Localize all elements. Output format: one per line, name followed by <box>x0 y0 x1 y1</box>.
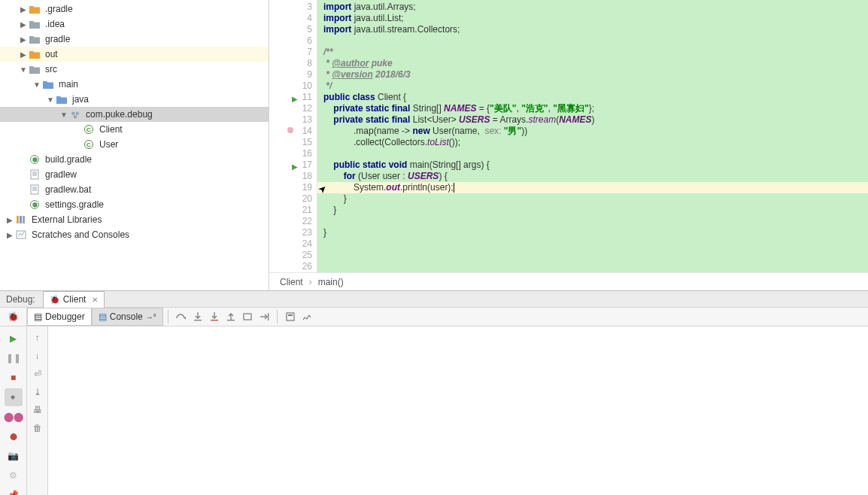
settings-icon[interactable]: ⚙ <box>5 466 23 484</box>
console-output[interactable] <box>48 326 868 495</box>
expand-arrow-icon[interactable]: ▶ <box>18 50 29 59</box>
code-line[interactable] <box>317 216 868 227</box>
line-number[interactable]: 10 <box>269 80 317 92</box>
line-number[interactable]: 14 <box>269 126 317 137</box>
expand-arrow-icon[interactable]: ▶ <box>18 5 29 14</box>
code-line[interactable]: .collect(Collectors.toList()); <box>317 137 868 148</box>
code-line[interactable]: * @version 2018/6/3 <box>317 69 868 80</box>
tree-item[interactable]: CClient <box>0 122 269 137</box>
tree-item[interactable]: CUser <box>0 137 269 152</box>
expand-arrow-icon[interactable]: ▶ <box>18 20 29 29</box>
line-number[interactable]: 18 <box>269 171 317 182</box>
code-line[interactable]: /** <box>317 47 868 58</box>
code-line[interactable]: */ <box>317 80 868 92</box>
breadcrumb-class[interactable]: Client <box>280 277 303 287</box>
up-icon[interactable]: ↑ <box>29 329 46 346</box>
line-number[interactable]: 23 <box>269 227 317 238</box>
code-line[interactable]: } <box>317 205 868 216</box>
breadcrumb-method[interactable]: main() <box>318 277 344 287</box>
code-line[interactable]: } <box>317 227 868 238</box>
clear-icon[interactable]: 🗑 <box>29 420 46 436</box>
expand-arrow-icon[interactable]: ▶ <box>18 35 29 44</box>
line-number[interactable]: 16 <box>269 148 317 159</box>
line-number[interactable]: 21 <box>269 205 317 216</box>
line-gutter[interactable]: 34567891011▶121314151617▶181920212223242… <box>269 0 317 272</box>
code-line[interactable]: public static void main(String[] args) { <box>317 159 868 171</box>
line-number[interactable]: 3 <box>269 2 317 13</box>
line-number[interactable]: 8 <box>269 58 317 69</box>
line-number[interactable]: 12 <box>269 103 317 114</box>
scroll-end-icon[interactable]: ⤓ <box>29 384 46 400</box>
pin-icon[interactable]: →° <box>146 313 156 321</box>
debug-run-tab[interactable]: 🐞 Client ✕ <box>43 291 105 308</box>
rerun-icon[interactable]: ▶ <box>5 329 23 348</box>
evaluate-icon[interactable] <box>282 308 299 325</box>
line-number[interactable]: 25 <box>269 250 317 261</box>
line-number[interactable]: 15 <box>269 137 317 148</box>
line-number[interactable]: 6 <box>269 35 317 47</box>
code-line[interactable]: import java.util.List; <box>317 13 868 24</box>
line-number[interactable]: 4 <box>269 13 317 24</box>
view-breakpoints-icon[interactable]: 🞙 <box>5 388 23 406</box>
line-number[interactable]: 17▶ <box>269 159 317 171</box>
tree-item[interactable]: gradlew.bat <box>0 182 269 197</box>
project-tree[interactable]: ▶.gradle▶.idea▶gradle▶out▼src▼main▼java▼… <box>0 0 269 290</box>
tree-item[interactable]: ⬢build.gradle <box>0 152 269 167</box>
force-step-into-icon[interactable] <box>206 308 223 325</box>
expand-arrow-icon[interactable]: ▼ <box>45 96 56 104</box>
scratches-consoles[interactable]: ▶Scratches and Consoles <box>0 227 269 242</box>
expand-arrow-icon[interactable]: ▶ <box>5 216 15 224</box>
line-number[interactable]: 20 <box>269 193 317 205</box>
tab-debugger[interactable]: ▤ Debugger <box>27 308 92 326</box>
expand-arrow-icon[interactable]: ▼ <box>32 80 42 89</box>
print-icon[interactable]: 🖶 <box>29 402 46 418</box>
tab-console[interactable]: ▤ Console →° <box>92 308 163 326</box>
line-number[interactable]: 19 <box>269 182 317 193</box>
code-line[interactable]: private static final String[] NAMES = {"… <box>317 103 868 114</box>
down-icon[interactable]: ↓ <box>29 348 46 364</box>
debug-restore-icon[interactable]: 🐞 <box>8 311 19 322</box>
line-number[interactable]: 13 <box>269 114 317 126</box>
code-line[interactable]: import java.util.Arrays; <box>317 2 868 13</box>
line-number[interactable]: 11▶ <box>269 92 317 103</box>
code-line[interactable] <box>317 35 868 47</box>
code-line[interactable] <box>317 148 868 159</box>
code-line[interactable] <box>317 250 868 261</box>
tree-item[interactable]: ▶.idea <box>0 17 269 32</box>
code-line[interactable]: .map(name -> new User(name, sex: "男")) <box>317 126 868 137</box>
code-line[interactable]: public class Client { <box>317 92 868 103</box>
camera-icon[interactable]: 📷 <box>5 447 23 465</box>
expand-arrow-icon[interactable]: ▼ <box>18 65 29 74</box>
pause-icon[interactable]: ❚❚ <box>5 349 23 367</box>
breakpoint-icon[interactable] <box>287 127 293 133</box>
tree-item[interactable]: ▶out <box>0 47 269 62</box>
drop-frame-icon[interactable] <box>239 308 256 325</box>
pin-panel-icon[interactable]: 📌 <box>5 486 23 495</box>
breadcrumb[interactable]: Client › main() <box>269 272 868 290</box>
external-libraries[interactable]: ▶External Libraries <box>0 212 269 227</box>
code-line[interactable]: * @author puke <box>317 58 868 69</box>
code-line[interactable]: for (User user : USERS) { <box>317 171 868 182</box>
wrap-icon[interactable]: ⏎ <box>29 366 46 382</box>
tree-item[interactable]: ▼src <box>0 62 269 77</box>
code-line[interactable]: private static final List<User> USERS = … <box>317 114 868 126</box>
line-number[interactable]: 5 <box>269 24 317 35</box>
code-line[interactable] <box>317 238 868 250</box>
close-icon[interactable]: ✕ <box>92 296 98 304</box>
line-number[interactable]: 7 <box>269 47 317 58</box>
code-content[interactable]: import java.util.Arrays;import java.util… <box>317 0 868 272</box>
mute-breakpoints-icon[interactable]: ⬤⬤ <box>5 408 23 426</box>
code-line[interactable]: import java.util.stream.Collectors; <box>317 24 868 35</box>
line-number[interactable]: 24 <box>269 238 317 250</box>
code-line[interactable] <box>317 261 868 272</box>
tree-item[interactable]: ▶gradle <box>0 32 269 47</box>
line-number[interactable]: 26 <box>269 261 317 272</box>
step-over-icon[interactable] <box>173 308 190 325</box>
trace-icon[interactable] <box>299 308 315 325</box>
tree-item[interactable]: ▼com.puke.debug <box>0 107 269 122</box>
expand-arrow-icon[interactable]: ▼ <box>59 111 69 119</box>
tree-item[interactable]: ▼java <box>0 92 269 107</box>
stop-icon[interactable]: ■ <box>5 369 23 387</box>
run-to-cursor-icon[interactable] <box>256 308 272 325</box>
expand-arrow-icon[interactable]: ▶ <box>5 231 15 239</box>
